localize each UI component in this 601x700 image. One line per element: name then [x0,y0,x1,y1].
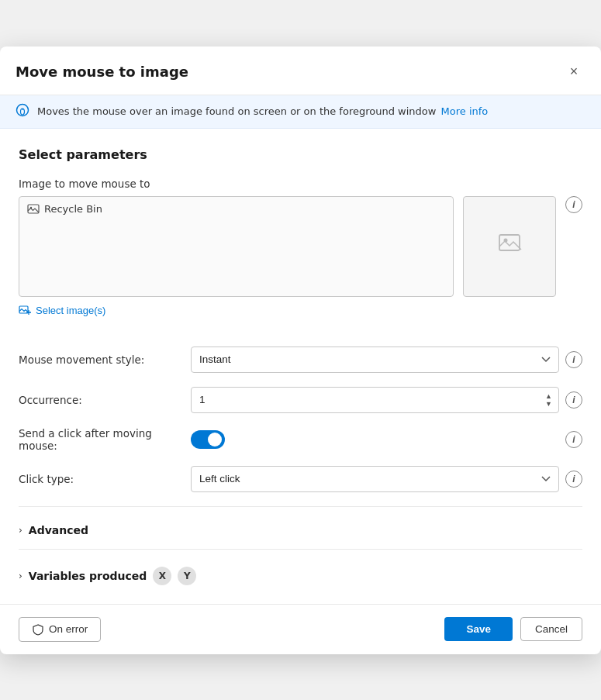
occurrence-up-button[interactable]: ▲ [545,392,552,399]
variable-badge-x: X [153,567,171,585]
send-click-toggle[interactable] [191,430,225,449]
shield-icon [32,623,44,636]
mouse-icon [16,103,29,120]
dialog-title: Move mouse to image [16,64,188,80]
mouse-movement-select[interactable]: Instant Linear Natural [191,347,559,373]
click-type-row: Click type: Left click Right click Doubl… [19,466,582,492]
occurrence-spinbox[interactable]: ▲ ▼ [191,387,559,413]
image-field-label: Image to move mouse to [19,178,582,190]
info-banner: Moves the mouse over an image found on s… [0,95,601,129]
close-button[interactable]: × [562,60,585,84]
select-images-button[interactable]: Select image(s) [19,305,105,317]
advanced-label: Advanced [29,524,88,536]
advanced-chevron-icon: › [19,525,22,536]
click-type-label: Click type: [19,473,181,485]
image-row: Recycle Bin i [19,196,582,297]
occurrence-info-button[interactable]: i [565,391,582,409]
occurrence-down-button[interactable]: ▼ [545,400,552,407]
image-field-group: Image to move mouse to Recycle Bin [19,178,582,331]
divider-2 [19,549,582,550]
mouse-movement-label: Mouse movement style: [19,353,181,366]
image-thumbnail [463,196,556,297]
mouse-movement-info-button[interactable]: i [565,351,582,368]
image-icon [27,203,40,216]
variables-accordion[interactable]: › Variables produced X Y [19,560,582,591]
divider-1 [19,506,582,507]
dialog-footer: On error Save Cancel [0,604,601,654]
svg-point-4 [30,206,32,208]
occurrence-label: Occurrence: [19,394,181,406]
send-click-info-button[interactable]: i [565,431,582,448]
on-error-button[interactable]: On error [19,617,101,642]
svg-rect-5 [499,235,520,250]
image-main-box: Recycle Bin [19,196,454,297]
dialog-body: Select parameters Image to move mouse to… [0,129,601,591]
image-name: Recycle Bin [44,203,102,215]
variable-badge-y: Y [178,567,196,585]
dialog: Move mouse to image × Moves the mouse ov… [0,47,601,654]
image-placeholder-icon [497,231,522,261]
send-click-label: Send a click after moving mouse: [19,427,181,452]
save-button[interactable]: Save [444,617,513,641]
advanced-accordion[interactable]: › Advanced [19,518,582,543]
more-info-link[interactable]: More info [441,105,489,117]
click-type-select[interactable]: Left click Right click Double click Midd… [191,466,559,492]
dialog-header: Move mouse to image × [0,47,601,95]
variables-label: Variables produced [29,570,147,582]
click-type-info-button[interactable]: i [565,471,582,488]
variables-chevron-icon: › [19,571,22,581]
section-title: Select parameters [19,147,582,162]
select-images-icon [19,305,31,317]
svg-point-6 [504,239,508,243]
send-click-row: Send a click after moving mouse: i [19,427,582,452]
occurrence-input[interactable] [199,394,534,405]
cancel-button[interactable]: Cancel [520,617,582,641]
info-banner-text: Moves the mouse over an image found on s… [37,105,488,117]
mouse-movement-row: Mouse movement style: Instant Linear Nat… [19,347,582,373]
occurrence-row: Occurrence: ▲ ▼ i [19,387,582,413]
image-info-button[interactable]: i [565,196,582,213]
on-error-label: On error [49,623,88,635]
